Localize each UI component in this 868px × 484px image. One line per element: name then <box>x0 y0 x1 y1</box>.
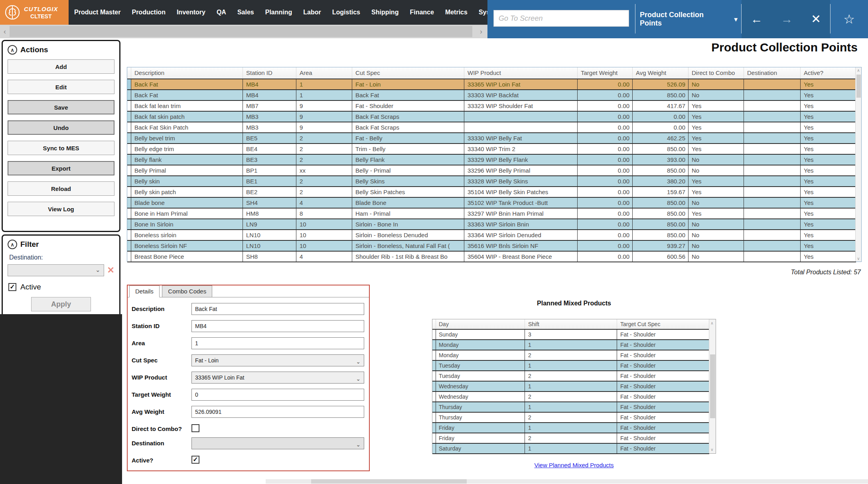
horizontal-scrollbar[interactable]: ‹ › <box>0 25 487 38</box>
bottom-horizontal-scrollbar[interactable] <box>266 479 868 484</box>
column-header[interactable]: Area <box>296 67 352 79</box>
planned-row[interactable]: Thursday 1 Fat - Shoulder <box>432 402 709 413</box>
planned-row[interactable]: Tuesday 2 Fat - Shoulder <box>432 371 709 382</box>
destination-dropdown[interactable]: ⌄ <box>191 437 364 449</box>
menu-item[interactable]: Product Master <box>69 0 126 25</box>
menu-item[interactable]: Logistics <box>327 0 366 25</box>
menu-item[interactable]: Metrics <box>440 0 473 25</box>
table-vertical-scrollbar[interactable]: ∧ ∨ <box>855 67 861 262</box>
scroll-up-icon[interactable]: ∧ <box>856 68 861 73</box>
avg-weight-field[interactable] <box>191 406 364 418</box>
column-header[interactable]: Description <box>131 67 243 79</box>
cut-spec-dropdown[interactable]: Fat - Loin ⌄ <box>191 354 364 366</box>
planned-row[interactable]: Saturday 1 Fat - Shoulder <box>432 444 709 454</box>
menu-item[interactable]: QA <box>211 0 232 25</box>
product-row[interactable]: Back fat lean trim MB7 9 Fat - Shoulder … <box>127 101 856 112</box>
scroll-right-icon[interactable]: › <box>477 25 485 38</box>
menu-item[interactable]: Production <box>126 0 171 25</box>
menu-item[interactable]: Planning <box>260 0 298 25</box>
active-filter-checkbox[interactable]: ✓ <box>8 283 16 291</box>
wip-product-dropdown[interactable]: 33365 WIP Loin Fat ⌄ <box>191 372 364 384</box>
action-button[interactable]: Add <box>8 59 114 74</box>
active-checkbox[interactable]: ✓ <box>191 456 199 464</box>
product-row[interactable]: Blade bone SH4 4 Blade Bone 35102 WIP Ta… <box>127 198 856 209</box>
tab-details[interactable]: Details <box>129 285 160 297</box>
product-row[interactable]: Belly flank BE3 2 Belly Flank 33329 WIP … <box>127 155 856 165</box>
destination-filter-dropdown[interactable]: ⌄ <box>8 264 104 276</box>
direct-to-combo-checkbox[interactable]: ✓ <box>191 424 199 432</box>
planned-row[interactable]: Tuesday 1 Fat - Shoulder <box>432 361 709 371</box>
action-button[interactable]: Sync to MES <box>8 141 114 155</box>
product-row[interactable]: Back Fat Skin Patch MB3 9 Back Fat Scrap… <box>127 122 856 133</box>
collapse-chevron-icon[interactable]: ∧ <box>8 45 17 55</box>
product-row[interactable]: Bone in Ham Primal HM8 8 Ham - Primal 33… <box>127 209 856 219</box>
scroll-down-icon[interactable]: ∨ <box>856 256 861 261</box>
planned-row[interactable]: Thursday 2 Fat - Shoulder <box>432 413 709 423</box>
column-header[interactable]: Target Weight <box>578 67 633 79</box>
menu-item[interactable]: Syste <box>473 0 487 25</box>
action-button[interactable]: Export <box>8 161 114 175</box>
action-button[interactable]: Undo <box>8 120 114 135</box>
column-header[interactable]: Station ID <box>243 67 296 79</box>
scrollbar-thumb[interactable] <box>710 354 715 418</box>
scrollbar-thumb[interactable] <box>311 479 467 484</box>
scrollbar-thumb[interactable] <box>856 75 861 98</box>
product-row[interactable]: Belly edge trim BE4 2 Trim - Belly 33340… <box>127 144 856 155</box>
product-row[interactable]: Boneless sirloin LN10 10 Sirloin - Bonel… <box>127 230 856 241</box>
planned-row[interactable]: Monday 2 Fat - Shoulder <box>432 350 709 361</box>
column-header[interactable]: Cut Spec <box>352 67 464 79</box>
scrollbar-thumb[interactable] <box>10 26 472 37</box>
column-header[interactable]: Active? <box>801 67 856 79</box>
column-header[interactable]: Direct to Combo <box>688 67 744 79</box>
action-button[interactable]: View Log <box>8 202 114 216</box>
menu-item[interactable]: Inventory <box>171 0 211 25</box>
forward-icon[interactable]: → <box>781 0 793 38</box>
view-planned-mixed-products-link[interactable]: View Planned Mixed Products <box>535 462 614 468</box>
planned-row[interactable]: Friday 2 Fat - Shoulder <box>432 433 709 444</box>
planned-row[interactable]: Wednesday 1 Fat - Shoulder <box>432 382 709 392</box>
product-row[interactable]: Back fat skin patch MB3 9 Back Fat Scrap… <box>127 112 856 122</box>
product-row[interactable]: Back Fat MB4 1 Fat - Loin 33365 WIP Loin… <box>127 79 856 90</box>
apply-button[interactable]: Apply <box>31 297 91 311</box>
menu-item[interactable]: Labor <box>298 0 326 25</box>
planned-row[interactable]: Sunday 3 Fat - Shoulder <box>432 330 709 340</box>
column-header[interactable]: Destination <box>744 67 801 79</box>
target-weight-field[interactable] <box>191 389 364 401</box>
screen-selector-dropdown[interactable]: Product Collection Points ▼ <box>640 0 739 38</box>
action-button[interactable]: Edit <box>8 80 114 94</box>
product-row[interactable]: Belly bevel trim BE5 2 Fat - Belly 33330… <box>127 133 856 144</box>
column-header[interactable]: WIP Product <box>464 67 578 79</box>
product-row[interactable]: Boneless Sirloin NF LN10 10 Sirloin - Bo… <box>127 241 856 252</box>
menu-item[interactable]: Shipping <box>366 0 404 25</box>
product-row[interactable]: Breast Bone Piece SH8 4 Shoulder Rib - 1… <box>127 252 856 262</box>
action-button[interactable]: Save <box>8 100 114 114</box>
column-header[interactable]: Target Cut Spec <box>617 319 709 329</box>
tab-combo-codes[interactable]: Combo Codes <box>162 285 212 297</box>
back-icon[interactable]: ← <box>751 0 763 38</box>
scroll-left-icon[interactable]: ‹ <box>1 25 9 38</box>
action-button[interactable]: Reload <box>8 181 114 196</box>
go-to-screen-input[interactable] <box>493 10 629 27</box>
column-header[interactable]: Avg Weight <box>633 67 688 79</box>
product-row[interactable]: Belly skin patch BE2 2 Belly Skin Patche… <box>127 187 856 198</box>
planned-row[interactable]: Friday 1 Fat - Shoulder <box>432 423 709 433</box>
planned-row[interactable]: Monday 1 Fat - Shoulder <box>432 340 709 350</box>
station-id-field[interactable] <box>191 320 364 332</box>
scroll-down-icon[interactable]: ∨ <box>709 447 715 452</box>
menu-item[interactable]: Finance <box>404 0 439 25</box>
pmp-vertical-scrollbar[interactable]: ∧ ∨ <box>709 319 716 453</box>
product-row[interactable]: Back Fat MB4 1 Back Fat 33303 WIP Backfa… <box>127 90 856 101</box>
clear-filter-icon[interactable]: ✕ <box>107 265 114 275</box>
product-row[interactable]: Belly Primal BP1 xx Belly - Primal 33296… <box>127 165 856 176</box>
description-field[interactable] <box>191 303 364 315</box>
favorite-star-icon[interactable]: ☆ <box>843 12 855 27</box>
close-icon[interactable]: ✕ <box>811 0 821 38</box>
column-header[interactable]: Day <box>436 319 525 329</box>
collapse-chevron-icon[interactable]: ∧ <box>8 240 17 249</box>
product-row[interactable]: Bone In Sirloin LN9 10 Sirloin - Bone In… <box>127 219 856 230</box>
product-row[interactable]: Belly skin BE1 2 Belly Skins 33328 WIP B… <box>127 176 856 187</box>
column-header[interactable]: Shift <box>525 319 617 329</box>
planned-row[interactable]: Wednesday 2 Fat - Shoulder <box>432 392 709 402</box>
scroll-up-icon[interactable]: ∧ <box>709 321 715 325</box>
menu-item[interactable]: Sales <box>232 0 260 25</box>
